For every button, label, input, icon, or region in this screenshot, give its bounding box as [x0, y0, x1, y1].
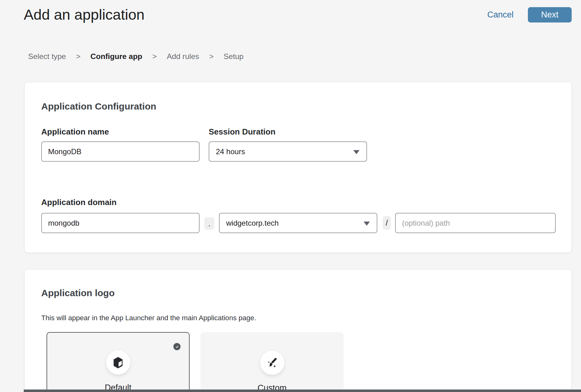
breadcrumb-separator: > — [76, 52, 80, 61]
breadcrumb-separator: > — [209, 52, 213, 61]
cube-icon — [112, 356, 124, 369]
session-duration-value: 24 hours — [216, 147, 245, 156]
breadcrumb: Select type > Configure app > Add rules … — [28, 52, 244, 61]
chevron-down-icon — [364, 222, 370, 226]
path-input[interactable] — [395, 213, 556, 233]
bottom-scrollbar[interactable] — [24, 390, 581, 392]
logo-options: Default Custom — [47, 332, 344, 392]
domain-dot-separator: . — [204, 217, 214, 230]
application-logo-card: Application logo This will appear in the… — [24, 269, 572, 392]
add-application-page: Add an application Cancel Next Select ty… — [0, 0, 581, 392]
application-name-input[interactable] — [41, 141, 200, 162]
application-configuration-heading: Application Configuration — [41, 101, 156, 112]
domain-select[interactable]: widgetcorp.tech — [219, 213, 377, 233]
application-logo-heading: Application logo — [41, 287, 115, 299]
application-name-label: Application name — [41, 127, 109, 137]
default-logo-circle — [106, 350, 130, 375]
breadcrumb-step-select-type[interactable]: Select type — [28, 52, 66, 61]
page-title: Add an application — [24, 6, 145, 23]
domain-value: widgetcorp.tech — [226, 219, 279, 228]
logo-option-custom[interactable]: Custom — [201, 332, 344, 392]
subdomain-input[interactable] — [41, 213, 200, 233]
check-icon — [173, 343, 181, 350]
paintbrush-sparkle-icon — [266, 356, 279, 370]
breadcrumb-step-add-rules[interactable]: Add rules — [167, 52, 199, 61]
breadcrumb-step-setup[interactable]: Setup — [224, 52, 244, 61]
breadcrumb-step-configure-app[interactable]: Configure app — [91, 52, 142, 61]
domain-slash-separator: / — [383, 216, 391, 230]
header-actions: Cancel Next — [487, 7, 572, 22]
custom-logo-circle — [260, 351, 284, 375]
application-domain-label: Application domain — [41, 197, 117, 207]
next-button[interactable]: Next — [528, 7, 572, 22]
session-duration-label: Session Duration — [209, 127, 276, 137]
chevron-down-icon — [353, 150, 360, 154]
logo-option-default[interactable]: Default — [47, 332, 190, 392]
breadcrumb-separator: > — [152, 52, 157, 61]
cancel-button[interactable]: Cancel — [487, 7, 514, 22]
application-configuration-card: Application Configuration Application na… — [24, 82, 572, 253]
application-logo-description: This will appear in the App Launcher and… — [41, 314, 256, 322]
session-duration-select[interactable]: 24 hours — [209, 141, 367, 162]
